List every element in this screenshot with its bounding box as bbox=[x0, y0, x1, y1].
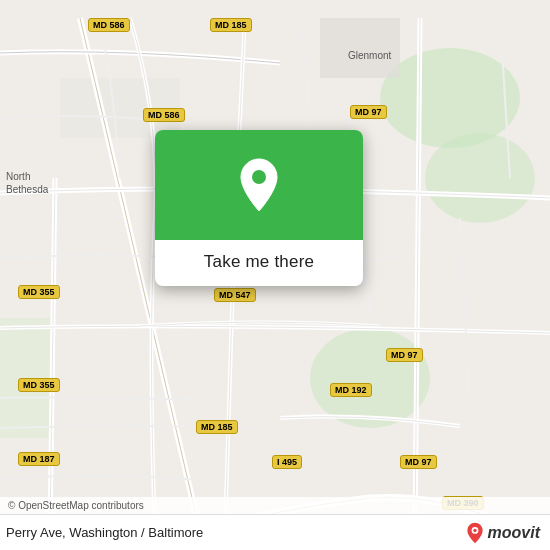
road-badge-md97-mid: MD 97 bbox=[386, 348, 423, 362]
svg-point-2 bbox=[310, 328, 430, 428]
location-pin-icon bbox=[235, 157, 283, 213]
place-label-north-bethesda: NorthBethesda bbox=[6, 170, 48, 196]
popup-card: Take me there bbox=[155, 130, 363, 286]
road-badge-md547: MD 547 bbox=[214, 288, 256, 302]
road-badge-i495: I 495 bbox=[272, 455, 302, 469]
road-badge-md97-lower: MD 97 bbox=[400, 455, 437, 469]
road-badge-md185-top: MD 185 bbox=[210, 18, 252, 32]
road-badge-md192: MD 192 bbox=[330, 383, 372, 397]
svg-point-0 bbox=[380, 48, 520, 148]
attribution-text: © OpenStreetMap contributors bbox=[8, 500, 144, 511]
road-badge-md355-lower: MD 355 bbox=[18, 378, 60, 392]
svg-rect-4 bbox=[320, 18, 400, 78]
take-me-there-button[interactable]: Take me there bbox=[204, 252, 314, 272]
location-text: Perry Ave, Washington / Baltimore bbox=[6, 525, 203, 540]
road-badge-md355-left: MD 355 bbox=[18, 285, 60, 299]
road-badge-md586-top: MD 586 bbox=[88, 18, 130, 32]
svg-point-1 bbox=[425, 133, 535, 223]
bottom-bar: Perry Ave, Washington / Baltimore moovit bbox=[0, 514, 550, 550]
moovit-pin-icon bbox=[464, 522, 486, 544]
map-container: MD 586 MD 185 MD 586 MD 97 MD 355 MD 547… bbox=[0, 0, 550, 550]
road-badge-md586-mid: MD 586 bbox=[143, 108, 185, 122]
road-badge-md97-top: MD 97 bbox=[350, 105, 387, 119]
popup-button-area: Take me there bbox=[155, 240, 363, 286]
popup-green-header bbox=[155, 130, 363, 240]
moovit-logo: moovit bbox=[464, 522, 540, 544]
road-badge-md185-lower: MD 185 bbox=[196, 420, 238, 434]
place-label-glenmont: Glenmont bbox=[348, 50, 391, 61]
road-badge-md187: MD 187 bbox=[18, 452, 60, 466]
svg-point-6 bbox=[252, 170, 266, 184]
svg-point-8 bbox=[473, 528, 476, 531]
attribution-bar: © OpenStreetMap contributors bbox=[0, 497, 550, 514]
moovit-brand-text: moovit bbox=[488, 524, 540, 542]
